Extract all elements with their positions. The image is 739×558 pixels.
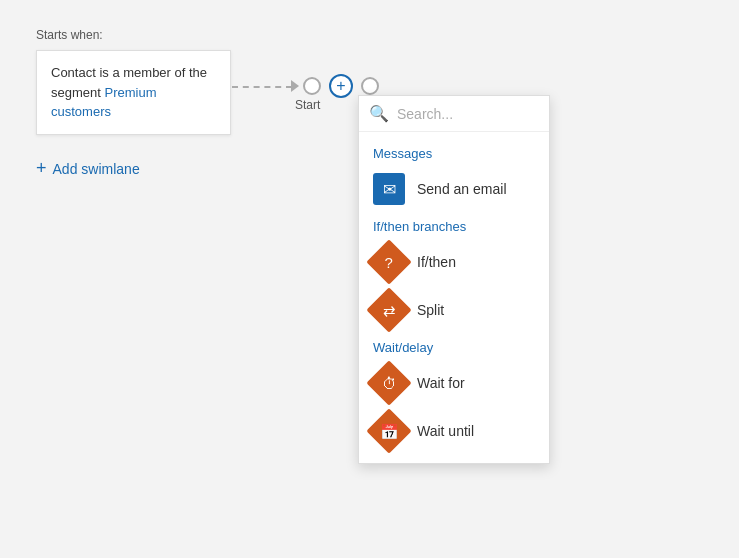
menu-item-wait-for[interactable]: ⏱Wait for [359,359,549,407]
split-label: Split [417,302,444,318]
send-email-label: Send an email [417,181,507,197]
canvas: Starts when: Contact is a member of the … [0,0,739,558]
node-circle-2 [361,77,379,95]
menu-item-split[interactable]: ⇄Split [359,286,549,334]
search-input[interactable] [397,106,539,122]
dropdown-content[interactable]: Messages✉Send an emailIf/then branches?I… [359,132,549,463]
send-email-icon: ✉ [373,173,405,205]
actions-dropdown: 🔍 Messages✉Send an emailIf/then branches… [358,95,550,464]
split-icon: ⇄ [366,287,411,332]
node-circle-1 [303,77,321,95]
start-node-label: Start [295,98,320,112]
start-card: Contact is a member of the segment Premi… [36,50,231,135]
section-header-messages: Messages [359,140,549,165]
add-swimlane-button[interactable]: + Add swimlane [36,158,140,179]
if-then-label: If/then [417,254,456,270]
if-then-icon: ? [366,239,411,284]
arrow-head [291,80,299,92]
add-swimlane-label: Add swimlane [53,161,140,177]
plus-icon: + [36,158,47,179]
search-bar: 🔍 [359,96,549,132]
section-header-wait-delay: Wait/delay [359,334,549,359]
section-header-if-then-branches: If/then branches [359,213,549,238]
menu-item-send-email[interactable]: ✉Send an email [359,165,549,213]
node-circle-plus[interactable] [329,74,353,98]
search-icon: 🔍 [369,104,389,123]
menu-item-if-then[interactable]: ?If/then [359,238,549,286]
dashed-line [232,86,292,88]
wait-for-label: Wait for [417,375,465,391]
wait-until-label: Wait until [417,423,474,439]
menu-item-wait-until[interactable]: 📅Wait until [359,407,549,455]
wait-for-icon: ⏱ [366,360,411,405]
starts-when-label: Starts when: [36,28,103,42]
wait-until-icon: 📅 [366,408,411,453]
